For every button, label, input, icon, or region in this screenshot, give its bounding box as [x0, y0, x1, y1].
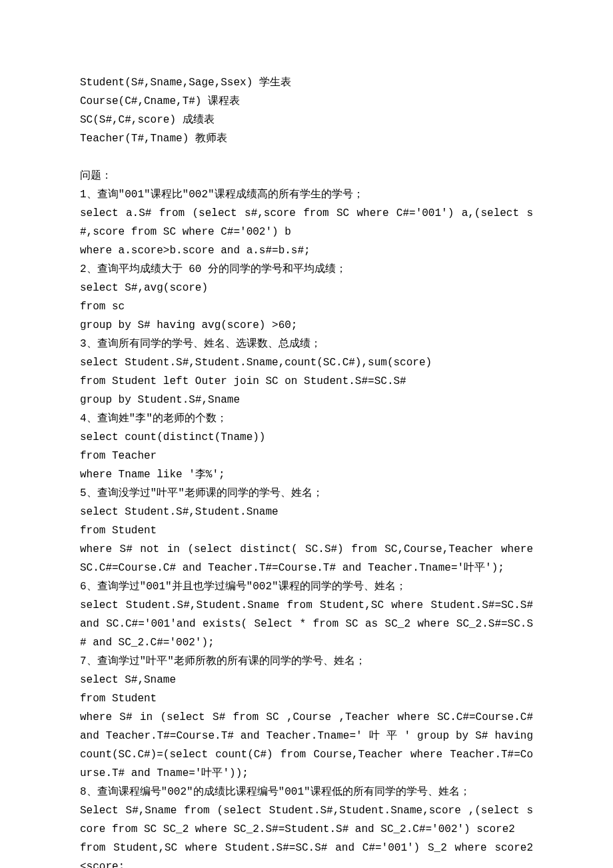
q7-sql: select S#,Sname — [80, 671, 533, 689]
q4-sql: where Tname like '李%'; — [80, 465, 533, 484]
q3-sql: select Student.S#,Student.Sname,count(SC… — [80, 353, 533, 372]
q2-sql: from sc — [80, 297, 533, 316]
q8-sql: Select S#,Sname from (select Student.S#,… — [80, 801, 533, 839]
schema-course: Course(C#,Cname,T#) 课程表 — [80, 92, 533, 111]
q3-sql: group by Student.S#,Sname — [80, 391, 533, 409]
q5-sql: where S# not in (select distinct( SC.S#)… — [80, 540, 533, 577]
q6-title: 6、查询学过"001"并且也学过编号"002"课程的同学的学号、姓名； — [80, 577, 533, 596]
questions-heading: 问题： — [80, 167, 533, 185]
q7-title: 7、查询学过"叶平"老师所教的所有课的同学的学号、姓名； — [80, 652, 533, 671]
q5-sql: from Student — [80, 521, 533, 540]
q3-title: 3、查询所有同学的学号、姓名、选课数、总成绩； — [80, 335, 533, 353]
q4-sql: select count(distinct(Tname)) — [80, 428, 533, 447]
q4-sql: from Teacher — [80, 447, 533, 465]
schema-sc: SC(S#,C#,score) 成绩表 — [80, 111, 533, 129]
q2-sql: select S#,avg(score) — [80, 279, 533, 297]
schema-student: Student(S#,Sname,Sage,Ssex) 学生表 — [80, 73, 533, 92]
q2-sql: group by S# having avg(score) >60; — [80, 316, 533, 335]
q1-title: 1、查询"001"课程比"002"课程成绩高的所有学生的学号； — [80, 185, 533, 204]
q1-sql: where a.score>b.score and a.s#=b.s#; — [80, 241, 533, 260]
q3-sql: from Student left Outer join SC on Stude… — [80, 372, 533, 391]
schema-teacher: Teacher(T#,Tname) 教师表 — [80, 129, 533, 148]
q1-sql: select a.S# from (select s#,score from S… — [80, 204, 533, 241]
q2-title: 2、查询平均成绩大于 60 分的同学的学号和平均成绩； — [80, 260, 533, 279]
q8-title: 8、查询课程编号"002"的成绩比课程编号"001"课程低的所有同学的学号、姓名… — [80, 783, 533, 801]
q7-sql: where S# in (select S# from SC ,Course ,… — [80, 708, 533, 783]
document-page: Student(S#,Sname,Sage,Ssex) 学生表 Course(C… — [0, 0, 613, 868]
q5-sql: select Student.S#,Student.Sname — [80, 503, 533, 521]
blank-line — [80, 148, 533, 167]
q6-sql: select Student.S#,Student.Sname from Stu… — [80, 596, 533, 652]
q4-title: 4、查询姓"李"的老师的个数； — [80, 409, 533, 428]
q8-sql: from Student,SC where Student.S#=SC.S# a… — [80, 839, 533, 868]
q7-sql: from Student — [80, 689, 533, 708]
q5-title: 5、查询没学过"叶平"老师课的同学的学号、姓名； — [80, 484, 533, 503]
